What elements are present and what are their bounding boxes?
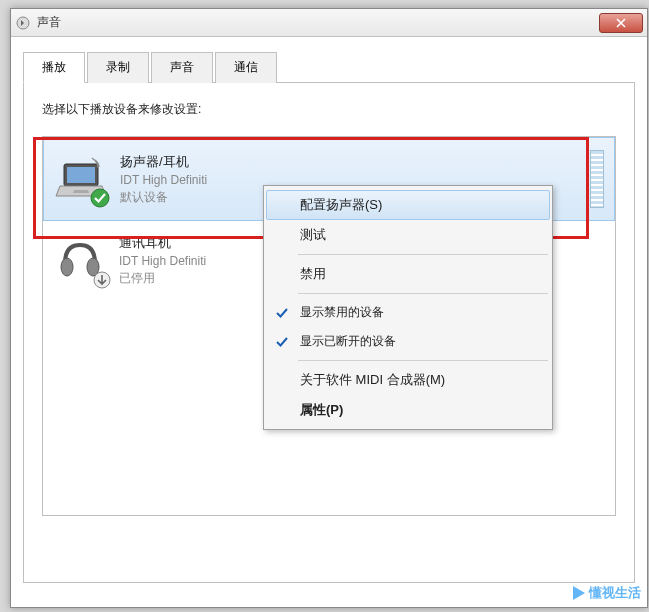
menu-disable[interactable]: 禁用 [266,259,550,289]
sound-icon [15,15,31,31]
menu-show-disconnected[interactable]: 显示已断开的设备 [266,327,550,356]
titlebar: 声音 [11,9,647,37]
content-area: 播放 录制 声音 通信 选择以下播放设备来修改设置: [11,37,647,597]
close-button[interactable] [599,13,643,33]
tab-bar: 播放 录制 声音 通信 [23,51,635,83]
context-menu: 配置扬声器(S) 测试 禁用 显示禁用的设备 显示已断开的设备 关于软件 MID… [263,185,553,430]
tab-recording[interactable]: 录制 [87,52,149,83]
check-icon [274,334,290,350]
svg-point-4 [61,258,73,276]
svg-rect-2 [67,167,95,183]
menu-separator [298,293,548,294]
play-icon [573,586,585,600]
tab-communications[interactable]: 通信 [215,52,277,83]
disabled-arrow-icon [93,271,111,289]
menu-configure-speakers[interactable]: 配置扬声器(S) [266,190,550,220]
laptop-icon [54,152,108,206]
check-icon [274,305,290,321]
menu-label: 显示已断开的设备 [300,334,396,348]
sound-dialog: 声音 播放 录制 声音 通信 选择以下播放设备来修改设置: [10,8,648,608]
menu-label: 显示禁用的设备 [300,305,384,319]
tab-sounds[interactable]: 声音 [151,52,213,83]
default-check-icon [90,188,110,208]
svg-point-3 [91,189,109,207]
menu-separator [298,360,548,361]
menu-test[interactable]: 测试 [266,220,550,250]
device-name: 扬声器/耳机 [120,153,582,171]
menu-about-midi[interactable]: 关于软件 MIDI 合成器(M) [266,365,550,395]
window-title: 声音 [37,14,599,31]
instruction-text: 选择以下播放设备来修改设置: [42,101,616,118]
level-meter [590,150,604,208]
menu-properties[interactable]: 属性(P) [266,395,550,425]
menu-separator [298,254,548,255]
tab-playback[interactable]: 播放 [23,52,85,83]
watermark-text: 懂视生活 [589,584,641,602]
headphones-icon [53,233,107,287]
menu-show-disabled[interactable]: 显示禁用的设备 [266,298,550,327]
watermark: 懂视生活 [573,584,641,602]
